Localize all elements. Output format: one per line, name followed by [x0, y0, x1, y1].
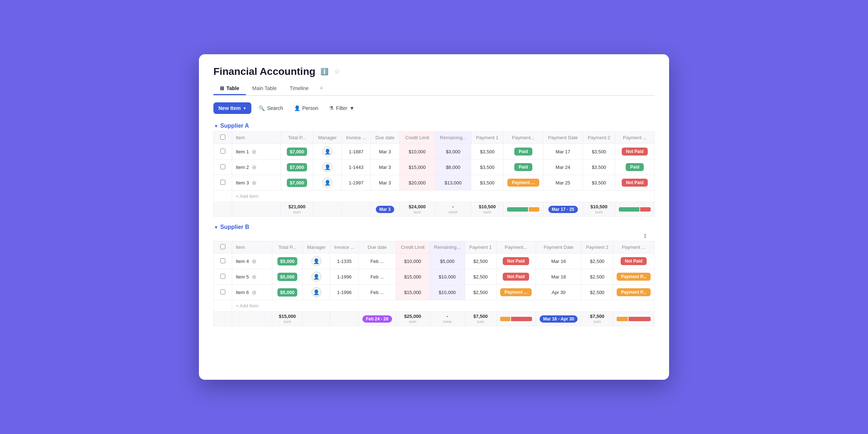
- select-all-a[interactable]: [220, 135, 225, 140]
- row-payment-date: Mar 16: [536, 254, 582, 269]
- row-credit: $15,000: [396, 269, 430, 285]
- supplier-a-chevron[interactable]: ▾: [215, 123, 217, 129]
- row-total: $7,000: [281, 144, 313, 159]
- th-credit-b: Credit Limit: [396, 241, 430, 254]
- summary-row: $21,000 sum Mar 3 $24,000 sum - none $10…: [214, 202, 655, 217]
- sum-status2: [615, 202, 655, 217]
- add-row-icon[interactable]: ⊕: [252, 164, 256, 171]
- row-due: Feb ...: [358, 285, 396, 300]
- info-icon[interactable]: ℹ️: [320, 67, 329, 76]
- select-all-b[interactable]: [220, 244, 225, 249]
- row-remaining: $3,000: [435, 144, 471, 159]
- th-item-b: Item: [232, 241, 272, 254]
- row-select-0[interactable]: [220, 149, 225, 154]
- sum-manager: [302, 312, 330, 326]
- supplier-b-section-header: ▾ Supplier B: [213, 224, 655, 230]
- row-payment-date: Mar 18: [536, 269, 582, 285]
- due-date-badge: Feb 24 - 28: [362, 315, 392, 323]
- row-payment-status2: Not Paid: [615, 175, 655, 191]
- row-manager: 👤: [313, 159, 341, 175]
- row-remaining: $8,000: [435, 159, 471, 175]
- app-window: Financial Accounting ℹ️ ☆ ⊞ Table Main T…: [199, 54, 669, 380]
- row-item: Item 2 ⊕: [232, 159, 281, 175]
- sum-payment2: $10,500 sum: [583, 202, 615, 217]
- add-item-row: + Add Item: [214, 300, 655, 312]
- add-row-icon[interactable]: ⊕: [252, 289, 256, 296]
- row-remaining: $10,000: [430, 285, 465, 300]
- row-payment2: $3,500: [583, 144, 615, 159]
- row-item: Item 1 ⊕: [232, 144, 281, 159]
- sum-invoice: [330, 312, 358, 326]
- supplier-b-chevron[interactable]: ▾: [215, 224, 217, 230]
- table-row: Item 1 ⊕ $7,000 👤 1-1887 Mar 3 $10,000 $…: [214, 144, 655, 159]
- row-checkbox: [214, 144, 232, 159]
- row-payment2: $2,500: [582, 269, 613, 285]
- row-select-0[interactable]: [220, 258, 225, 263]
- th-total-a: Total P...: [281, 132, 313, 144]
- row-invoice: 1-1997: [342, 175, 371, 191]
- sum-payment1: $7,500 sum: [465, 312, 496, 326]
- search-button[interactable]: 🔍 Search: [255, 102, 286, 114]
- row-payment1: $2,500: [465, 254, 496, 269]
- th-payment2-b: Payment 2: [582, 241, 613, 254]
- row-payment-status1: Payment ...: [503, 175, 543, 191]
- row-payment-status2: Payment P...: [613, 269, 655, 285]
- person-icon: 👤: [294, 105, 300, 111]
- row-payment1: $2,500: [465, 285, 496, 300]
- row-item: Item 5 ⊕: [232, 269, 272, 285]
- row-item: Item 6 ⊕: [232, 285, 272, 300]
- row-credit: $15,000: [396, 285, 430, 300]
- row-payment2: $3,500: [583, 159, 615, 175]
- add-item-label[interactable]: + Add Item: [232, 191, 655, 202]
- row-invoice: 1-1996: [330, 269, 358, 285]
- row-select-2[interactable]: [220, 180, 225, 185]
- sum-paymentdate: Mar 17 - 25: [543, 202, 583, 217]
- due-date-badge: Mar 3: [376, 206, 394, 213]
- search-icon: 🔍: [259, 105, 265, 111]
- th-remaining-a: Remaining...: [435, 132, 471, 144]
- row-payment2: $2,500: [582, 254, 613, 269]
- new-item-button[interactable]: New Item ▼: [213, 102, 251, 114]
- th-paymentstatus-a: Payment...: [503, 132, 543, 144]
- sum-total: $21,000 sum: [281, 202, 313, 217]
- row-invoice: 1-1335: [330, 254, 358, 269]
- payment-date-badge: Mar 17 - 25: [548, 206, 578, 213]
- add-row-icon[interactable]: ⊕: [252, 273, 256, 280]
- row-select-2[interactable]: [220, 289, 225, 294]
- resize-handle[interactable]: ⇕: [643, 233, 647, 239]
- avatar: 👤: [322, 146, 332, 157]
- add-row-icon[interactable]: ⊕: [252, 148, 256, 155]
- row-payment-status1: Not Paid: [496, 254, 536, 269]
- star-icon[interactable]: ☆: [333, 67, 341, 76]
- toolbar: New Item ▼ 🔍 Search 👤 Person ⚗ Filter ▼: [213, 102, 655, 114]
- row-payment2: $2,500: [582, 285, 613, 300]
- sum-checkbox: [214, 312, 232, 326]
- row-due: Mar 3: [371, 159, 400, 175]
- supplier-b-table-wrapper: Item Total P... Manager Invoice ... Due …: [213, 241, 655, 326]
- row-select-1[interactable]: [220, 274, 225, 279]
- sum-item: [232, 202, 281, 217]
- supplier-a-table-wrapper: Item Total P... Manager Invoice ... Due …: [213, 131, 655, 217]
- person-button[interactable]: 👤 Person: [290, 102, 322, 114]
- tab-main-table[interactable]: Main Table: [246, 82, 283, 95]
- tab-table[interactable]: ⊞ Table: [213, 82, 246, 95]
- sum-status1: [503, 202, 543, 217]
- sum-checkbox: [214, 202, 232, 217]
- supplier-b-title: Supplier B: [220, 224, 249, 230]
- add-row-icon[interactable]: ⊕: [252, 258, 256, 265]
- row-payment-status2: Payment P...: [613, 285, 655, 300]
- tab-timeline[interactable]: Timeline: [283, 82, 315, 95]
- sum-credit: $24,000 sum: [399, 202, 435, 217]
- th-payment1-b: Payment 1: [465, 241, 496, 254]
- add-tab-button[interactable]: +: [315, 82, 328, 95]
- add-item-label[interactable]: + Add Item: [232, 300, 655, 312]
- add-row-icon[interactable]: ⊕: [252, 179, 256, 186]
- avatar: 👤: [322, 178, 332, 188]
- row-credit: $15,000: [399, 159, 435, 175]
- supplier-a-title: Supplier A: [220, 123, 249, 129]
- row-item: Item 4 ⊕: [232, 254, 272, 269]
- sum-payment2: $7,500 sum: [582, 312, 613, 326]
- row-select-1[interactable]: [220, 164, 225, 169]
- row-payment1: $3,500: [471, 159, 503, 175]
- filter-button[interactable]: ⚗ Filter ▼: [326, 102, 358, 114]
